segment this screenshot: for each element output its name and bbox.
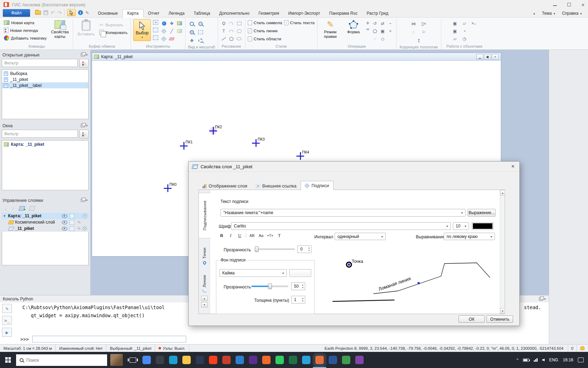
labels-tag-icon[interactable] [82,213,87,218]
side-tab-labeling[interactable]: Подписывание [199,193,210,238]
editable-checkbox[interactable] [70,220,74,225]
list-item-11-piket-label[interactable]: _11_piket__label [2,82,88,88]
object-copy-icon[interactable]: ▣ [451,20,459,27]
link-nodes-icon[interactable]: ∞ [366,27,370,32]
drag-select-icon[interactable]: ✥ [168,20,175,27]
pinned-image-thumbnail[interactable] [110,354,123,366]
rect-select-icon[interactable] [153,28,158,32]
draw-ellipse-icon[interactable] [236,35,243,42]
align-combo[interactable]: по левому краю [444,233,495,240]
new-map-button[interactable]: Новая карта [3,19,47,26]
scroll-up-icon[interactable]: ▲ [500,190,505,196]
tray-expand-icon[interactable]: ^ [517,358,518,362]
taskbar-app-app-navy[interactable] [196,356,204,364]
close-icon[interactable]: × [581,2,584,7]
redo-icon[interactable]: ↷ [57,10,62,15]
symbol-style-button[interactable]: ◦Стиль символа [248,19,282,26]
smooth-icon[interactable]: ~ [387,20,394,27]
topology-intersect-icon[interactable]: ⋈ [409,20,418,27]
copy-button[interactable]: Копировать [99,29,128,36]
taskbar-app-telegram[interactable] [302,356,310,364]
taskbar-app-app-purple[interactable] [355,356,364,364]
console-script-icon[interactable]: ✎ [2,304,12,313]
select-info-icon[interactable]: i [161,20,167,27]
editable-checkbox[interactable] [70,214,74,218]
draw-arc-icon[interactable] [228,28,235,34]
draw-polygon-icon[interactable] [228,35,235,42]
text-style-button[interactable]: TСтиль текста [284,19,315,26]
raster-select-icon[interactable] [176,20,183,27]
object-copy2-icon[interactable]: ▣ [451,28,459,34]
eraser-icon[interactable] [168,35,175,42]
label-delete-icon[interactable] [161,35,167,42]
border-color-swatch[interactable] [289,269,311,277]
topology-nodes-icon[interactable]: ◌ [409,28,418,36]
draw-rect-icon[interactable] [236,20,243,27]
theme-menu[interactable]: Тема ▼ [542,11,556,16]
zoom-doc-icon[interactable] [188,20,196,27]
bold-button[interactable]: B [218,233,225,238]
editable-checkbox[interactable] [70,226,74,231]
language-indicator[interactable]: ENG [549,357,558,362]
sort-az-button[interactable]: АВ↓ [79,59,89,68]
help-menu[interactable]: Справка ▼ [562,11,582,16]
map-properties-button[interactable]: Свойства карты [49,19,70,39]
poly-select-icon[interactable] [153,35,158,40]
add-layer-icon[interactable] [19,206,25,211]
list-item-map-window[interactable]: Карта: _11_piket [2,141,88,147]
status-nodes[interactable]: Узлы: Выкл. [155,345,189,352]
float-panel-icon[interactable] [81,124,85,127]
draw-text-icon[interactable]: T [220,28,227,34]
bg-opacity-slider[interactable] [251,284,288,289]
network-icon[interactable] [534,358,538,362]
draw-polyline-icon[interactable] [228,20,235,27]
layer-down-icon[interactable]: ↓ [5,206,7,211]
console-run-icon[interactable]: ▶ [2,328,12,337]
merge-icon[interactable]: ◌ [372,35,378,42]
dialog-scrollbar[interactable]: ▲ ▼ [500,190,505,314]
spacing-button[interactable]: +T+ [267,234,273,238]
zoom-selection-icon[interactable] [197,37,204,44]
draw-point-icon[interactable] [220,20,227,27]
open-icon[interactable] [35,11,41,15]
text-style-button[interactable]: T [276,233,282,238]
add-theme-button[interactable]: Добавить тематику [3,35,47,41]
taskbar-app-browser-edge[interactable] [169,356,177,364]
object-split-icon[interactable]: ▱ [460,20,469,27]
pan-hand-icon[interactable]: ✥ [188,37,196,44]
info-tool-icon[interactable]: i [78,10,83,15]
float-panel-icon[interactable] [539,298,543,301]
task-view-icon[interactable] [130,357,136,363]
taskbar-app-app-green[interactable] [342,356,350,364]
visibility-eye-icon[interactable] [62,220,67,224]
add-node-icon[interactable]: ✛ [366,21,370,26]
taskbar-app-word[interactable] [329,356,337,364]
tab-labels[interactable]: Подписи [301,181,334,190]
dialog-titlebar[interactable]: Свойства слоя _11_piket × [189,162,519,172]
edit-mode-button[interactable]: ✎ Режим правки [320,19,341,39]
shape-button[interactable]: Форма [343,19,364,34]
italic-button[interactable]: I [227,233,234,238]
save-icon[interactable] [43,10,48,15]
clock[interactable]: 16:16 [563,357,573,362]
tab-legenda[interactable]: Легенда [164,9,189,17]
draw-roundrect-icon[interactable] [236,28,243,34]
close-panel-icon[interactable]: × [86,124,88,128]
tree-row-cosmetic[interactable]: Косметический слой ✎ [2,219,89,225]
windows-filter-input[interactable] [2,130,78,138]
bg-opacity-spinbox[interactable]: 50▲▼ [291,282,305,290]
ok-button[interactable]: ОК [458,315,485,323]
rotate-icon[interactable]: ↺ [372,20,378,27]
object-split2-icon[interactable]: ▱ [451,35,459,42]
minimize-icon[interactable] [553,3,557,6]
tab-external-link[interactable]: ↗Внешняя ссылка [251,182,301,190]
tab-karta[interactable]: Карта [122,9,144,18]
collapse-caret-icon[interactable]: ▼ [3,214,7,218]
edit-pencil-icon[interactable]: ✎ [77,226,82,231]
maximize-icon[interactable] [567,3,571,6]
taskbar-app-app-violet[interactable] [249,356,257,364]
list-item-11-piket[interactable]: _11_piket [2,76,88,82]
sort-az-button[interactable]: АВ↓ [79,130,89,138]
tab-osnovnye[interactable]: Основные [93,9,122,17]
side-scroll-down-icon[interactable]: ▼ [201,302,208,307]
